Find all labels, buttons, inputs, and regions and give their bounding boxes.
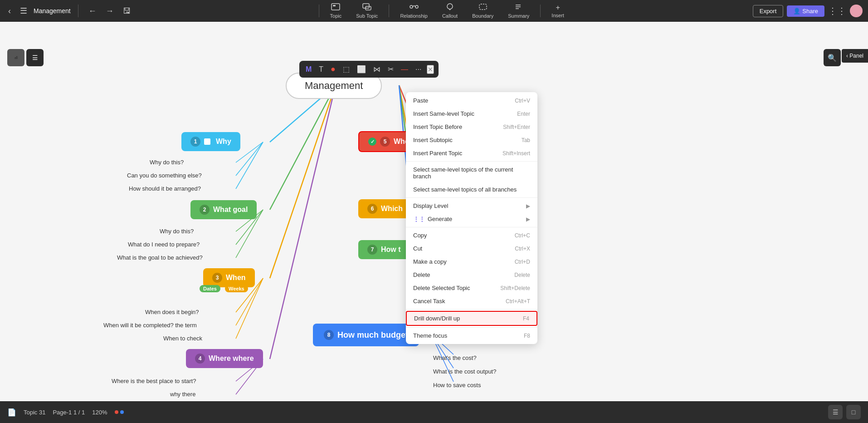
ctx-display-level-arrow: ▶ — [526, 203, 530, 209]
user-avatar[interactable] — [850, 5, 863, 17]
ctx-make-copy[interactable]: Make a copy Ctrl+D — [406, 255, 537, 268]
ctx-insert-before[interactable]: Insert Topic Before Shift+Enter — [406, 120, 537, 133]
ctx-delete-shortcut: Delete — [514, 272, 530, 278]
tool-boundary[interactable]: Boundary — [465, 1, 501, 20]
float-connect-button[interactable]: ⋈ — [371, 64, 382, 74]
logo-dot-blue — [120, 410, 124, 414]
grid-view-button[interactable]: ◾ — [7, 49, 24, 66]
sub-where-2: why there — [170, 391, 195, 398]
tool-topic-label: Topic — [330, 13, 342, 19]
ctx-delete-selected-label: Delete Selected Topic — [413, 285, 470, 291]
panel-label: Panel — [849, 53, 863, 59]
tool-relationship[interactable]: Relationship — [393, 1, 435, 20]
topic-where[interactable]: 4 Where where — [186, 349, 263, 368]
redo-button[interactable]: → — [103, 5, 117, 18]
ctx-delete-selected[interactable]: Delete Selected Topic Shift+Delete — [406, 281, 537, 295]
topic2-num: 2 — [200, 205, 210, 215]
when-tags: Dates Weeks — [200, 285, 250, 292]
tool-summary[interactable]: Summary — [501, 1, 536, 20]
ctx-generate[interactable]: ⋮⋮ Generate ▶ — [406, 212, 537, 226]
tool-insert[interactable]: + Insert — [544, 2, 571, 20]
apps-button[interactable]: ⋮⋮ — [828, 5, 846, 16]
ctx-cut[interactable]: Cut Ctrl+X — [406, 242, 537, 255]
ctx-display-level[interactable]: Display Level ▶ — [406, 199, 537, 212]
ctx-select-branch[interactable]: Select same-level topics of the current … — [406, 163, 537, 183]
ctx-cancel-task[interactable]: Cancel Task Ctrl+Alt+T — [406, 295, 537, 308]
float-shape1-button[interactable]: ⬚ — [341, 64, 351, 74]
float-shape2-button[interactable]: ⬜ — [355, 64, 368, 74]
sub-what-3: What is the goal to be achieved? — [117, 254, 203, 261]
export-button[interactable]: Export — [753, 5, 784, 17]
topic6-label: Which — [381, 205, 403, 213]
ctx-insert-subtopic[interactable]: Insert Subtopic Tab — [406, 133, 537, 147]
menu-button[interactable]: ☰ — [17, 4, 30, 18]
topic6-num: 6 — [367, 204, 377, 214]
float-more-button[interactable]: ··· — [414, 64, 423, 74]
sub-budget-3: How to save costs — [433, 382, 481, 389]
ctx-insert-before-shortcut: Shift+Enter — [503, 124, 530, 130]
topic-which[interactable]: 6 Which — [358, 199, 412, 218]
float-color-button[interactable]: ● — [329, 64, 337, 75]
ctx-insert-parent-label: Insert Parent Topic — [413, 150, 462, 157]
topic8-num: 8 — [324, 330, 334, 340]
topic1-num: 1 — [190, 137, 200, 147]
share-icon: 👤 — [793, 8, 800, 15]
pages-button[interactable]: 📄 — [7, 408, 16, 417]
ctx-insert-same[interactable]: Insert Same-level Topic Enter — [406, 107, 537, 120]
topic-count: Topic 31 — [24, 409, 45, 416]
ctx-insert-parent[interactable]: Insert Parent Topic Shift+Insert — [406, 147, 537, 160]
sub-what-2: What do I need to prepare? — [128, 241, 200, 248]
bottom-toolbar: 📄 Topic 31 Page-1 1 / 1 120% ☰ □ — [0, 401, 868, 423]
topic4-label: Where where — [209, 354, 254, 363]
topic5-num: 5 — [380, 137, 390, 147]
topic-why[interactable]: 1 Why — [181, 132, 240, 151]
float-close-button[interactable]: ✕ — [427, 65, 434, 74]
topic-how[interactable]: 7 How t — [358, 240, 410, 259]
bottom-icon-btn-2[interactable]: □ — [846, 405, 861, 419]
svg-line-14 — [270, 85, 336, 359]
sub-why-2: Can you do something else? — [127, 172, 202, 179]
topic-budget[interactable]: 8 How much budget — [313, 324, 419, 346]
tool-callout[interactable]: Callout — [435, 1, 465, 20]
sub-why-3: How should it be arranged? — [129, 185, 201, 192]
div3 — [540, 5, 541, 17]
back-button[interactable]: ‹ — [5, 5, 14, 18]
ctx-insert-parent-shortcut: Shift+Insert — [502, 150, 530, 157]
bottom-icon-btn-1[interactable]: ☰ — [828, 405, 843, 419]
ctx-select-all-branches[interactable]: Select same-level topics of all branches — [406, 183, 537, 196]
ctx-delete-selected-shortcut: Shift+Delete — [500, 285, 530, 291]
sub-budget-1: What's the cost? — [433, 354, 477, 361]
ctx-theme-focus[interactable]: Theme focus F8 — [406, 329, 537, 342]
generate-ai-icon: ⋮⋮ — [413, 216, 425, 222]
topic8-label: How much budget — [337, 330, 408, 340]
topic-what-goal[interactable]: 2 What goal — [190, 200, 257, 219]
topic-when[interactable]: 3 When — [203, 268, 255, 287]
save-button[interactable]: 🖫 — [120, 5, 134, 18]
ctx-paste[interactable]: Paste Ctrl+V — [406, 94, 537, 107]
top-toolbar: ‹ ☰ Management ← → 🖫 Topic Sub Topic Rel… — [0, 0, 868, 22]
svg-point-4 — [410, 5, 413, 8]
float-line-button[interactable]: — — [399, 64, 410, 74]
tool-subtopic[interactable]: Sub Topic — [349, 1, 385, 20]
panel-toggle[interactable]: ‹ Panel — [842, 49, 868, 63]
ctx-generate-arrow: ▶ — [526, 216, 530, 222]
page-info: Page-1 1 / 1 — [53, 409, 85, 416]
tool-topic[interactable]: Topic — [323, 1, 349, 20]
ctx-generate-label: Generate — [428, 216, 452, 222]
search-button[interactable]: 🔍 — [824, 49, 841, 66]
div1 — [319, 5, 319, 17]
ctx-delete[interactable]: Delete Delete — [406, 268, 537, 281]
ctx-copy[interactable]: Copy Ctrl+C — [406, 229, 537, 242]
float-cut-button[interactable]: ✂ — [386, 64, 395, 74]
ctx-select-all-label: Select same-level topics of all branches — [413, 186, 517, 193]
undo-button[interactable]: ← — [86, 5, 99, 18]
relationship-icon — [410, 3, 419, 12]
panel-chevron-icon: ‹ — [846, 53, 848, 59]
float-text-button[interactable]: T — [317, 64, 325, 74]
subtopic-icon — [362, 3, 371, 12]
list-view-button[interactable]: ☰ — [26, 49, 44, 66]
float-ai-button[interactable]: M — [304, 64, 313, 74]
share-button[interactable]: 👤 Share — [787, 5, 824, 17]
svg-line-12 — [270, 85, 336, 210]
ctx-drill-down[interactable]: Drill down/Drill up F4 — [406, 311, 537, 326]
